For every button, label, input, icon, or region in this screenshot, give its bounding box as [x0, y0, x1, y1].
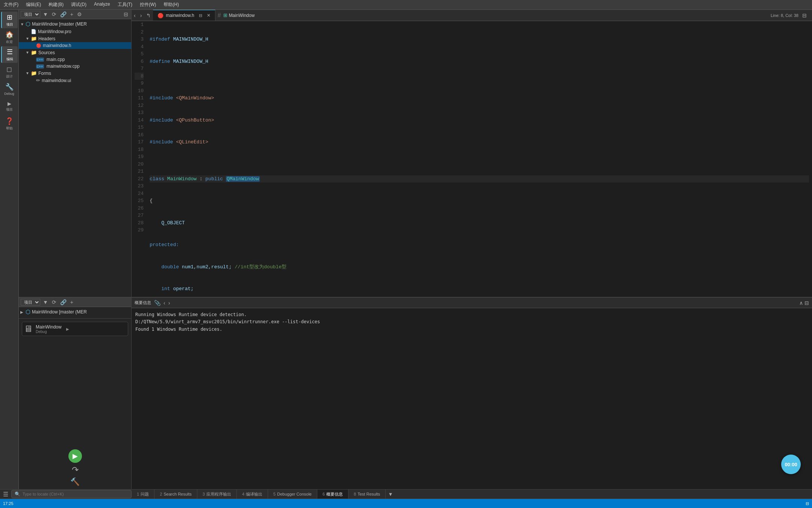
code-lines[interactable]: #ifndef MAINWINDOW_H #define MAINWINDOW_…	[147, 21, 812, 297]
monitor-icon: 🖥	[24, 324, 33, 334]
tree-item-headers[interactable]: ▼ 📁 Headers	[19, 35, 131, 42]
activity-item-project[interactable]: ⊞ 项目	[1, 12, 18, 28]
bottom-tab-1[interactable]: 1 问题	[132, 490, 155, 499]
activity-item-design[interactable]: ◻ 设计	[1, 64, 18, 80]
output-attach-btn[interactable]: 📎	[154, 300, 161, 306]
bottom-tab-2[interactable]: 2 Search Results	[155, 490, 197, 499]
h-file-icon: 🔴	[36, 43, 41, 48]
main-layout: ⊞ 项目 🏠 欢迎 ☰ 编辑 ◻ 设计 🔧 Debug ▶ 项目 ❓ 帮助	[0, 10, 812, 489]
search-input[interactable]	[23, 492, 128, 496]
activity-bar: ⊞ 项目 🏠 欢迎 ☰ 编辑 ◻ 设计 🔧 Debug ▶ 项目 ❓ 帮助	[0, 10, 19, 489]
menu-item-file[interactable]: 文件(F)	[0, 1, 22, 9]
output-content: Running Windows Runtime device detection…	[132, 308, 812, 489]
project-select[interactable]: 项目	[21, 11, 40, 18]
welcome-icon: 🏠	[5, 30, 14, 39]
menu-item-help[interactable]: 帮助(H)	[160, 1, 183, 9]
nav-menu-btn[interactable]: ↰	[144, 11, 153, 20]
menu-item-edit[interactable]: 编辑(E)	[22, 1, 45, 9]
output-next-btn[interactable]: ›	[168, 300, 170, 306]
lower-add-btn[interactable]: +	[69, 299, 74, 306]
tree-label-root: MainWindow [master (MER	[32, 21, 87, 27]
tree-add-btn[interactable]: +	[69, 11, 74, 18]
upper-portion: 项目 ▼ ⟳ 🔗 + ⚙ ⊟	[19, 10, 812, 297]
activity-item-debug[interactable]: 🔧 Debug	[1, 81, 18, 97]
monitor-section: 🖥 MainWindow Debug ▶	[19, 318, 131, 339]
activity-item-run[interactable]: ▶ 项目	[1, 98, 18, 115]
menu-item-tools[interactable]: 工具(T)	[114, 1, 136, 9]
tree-item-mainwindow-ui[interactable]: ✏ mainwindow.ui	[19, 77, 131, 84]
tree-item-main-cpp[interactable]: c++ main.cpp	[19, 56, 131, 63]
monitor-display[interactable]: 🖥 MainWindow Debug ▶	[22, 322, 128, 336]
activity-item-welcome[interactable]: 🏠 欢迎	[1, 29, 18, 46]
activity-label-help: 帮助	[6, 126, 13, 131]
tree-arrow-sources: ▼	[26, 50, 31, 55]
lower-project-select[interactable]: 项目	[21, 299, 40, 306]
activity-item-help[interactable]: ❓ 帮助	[1, 116, 18, 132]
tree-item-mainwindow-cpp[interactable]: c++ mainwindow.cpp	[19, 63, 131, 70]
editor-maximize-btn[interactable]: ⊟	[800, 11, 809, 20]
menu-item-build[interactable]: 构建(B)	[45, 1, 67, 9]
nav-forward-btn[interactable]: ›	[138, 11, 144, 20]
status-time: 17:25	[3, 501, 14, 506]
tree-label-pro: MainWindow.pro	[38, 29, 71, 34]
output-maximize-btn[interactable]: ⊟	[804, 300, 809, 306]
output-line-2: D:/QTNew/5.9/winrt_armv7_msvc2015/bin/wi…	[135, 318, 808, 325]
cpp-icon-mw: c++	[36, 64, 44, 68]
tree-settings-btn[interactable]: ⚙	[76, 11, 83, 18]
tree-item-sources[interactable]: ▼ 📁 Sources	[19, 49, 131, 56]
pro-icon: 📄	[31, 29, 36, 34]
tree-item-forms[interactable]: ▼ 📁 Forms	[19, 70, 131, 77]
build-button[interactable]: 🔨	[70, 477, 80, 486]
bottom-tab-3[interactable]: 3 应用程序输出	[197, 490, 237, 499]
bottom-tabs-bar: ☰ 🔍 1 问题 2 Search Results 3 应用程序输出 4 编译输…	[0, 489, 812, 499]
tree-label-forms: Forms	[38, 71, 51, 76]
bottom-tab-6[interactable]: 6 概要信息	[317, 490, 348, 499]
file-tree: 项目 ▼ ⟳ 🔗 + ⚙ ⊟	[19, 10, 132, 297]
breadcrumb-icon: ⊞	[223, 12, 227, 18]
code-content[interactable]: 1 2 3 4 5 6 7 8 9 10 11 12 13	[132, 21, 812, 297]
lower-tree-content: ▶ ⬡ MainWindow [master (MER	[19, 307, 131, 317]
tab-separator: #	[215, 12, 223, 19]
output-label: 概要信息	[135, 300, 151, 306]
tree-item-pro[interactable]: 📄 MainWindow.pro	[19, 28, 131, 35]
editor-tab-active[interactable]: 🔴 mainwindow.h ⊟ ✕	[153, 10, 215, 21]
play-button[interactable]: ▶	[68, 449, 82, 463]
bottom-tabs-more-btn[interactable]: ▼	[386, 491, 395, 497]
menu-item-debug[interactable]: 调试(D)	[67, 1, 90, 9]
activity-item-edit[interactable]: ☰ 编辑	[1, 46, 18, 63]
tree-item-root[interactable]: ▼ ⬡ MainWindow [master (MER	[19, 20, 131, 28]
tree-link-btn[interactable]: 🔗	[59, 11, 68, 18]
tree-item-mainwindow-h[interactable]: 🔴 mainwindow.h	[19, 42, 131, 49]
nav-back-btn[interactable]: ‹	[132, 11, 138, 20]
tree-sync-btn[interactable]: ⟳	[51, 11, 58, 18]
tree-label-h: mainwindow.h	[43, 43, 71, 48]
timer-badge[interactable]: 00:00	[781, 455, 801, 474]
tab-close-btn[interactable]: ✕	[207, 13, 211, 18]
forms-icon: 📁	[31, 70, 37, 76]
monitor-arrow: ▶	[66, 327, 69, 331]
bottom-tab-4[interactable]: 4 编译输出	[237, 490, 268, 499]
monitor-sublabel: Debug	[36, 330, 62, 334]
lower-filter-btn[interactable]: ▼	[42, 299, 49, 306]
bottom-tab-8[interactable]: 8 Test Results	[348, 490, 386, 499]
output-collapse-btn[interactable]: ∧	[799, 300, 803, 306]
menu-item-analyze[interactable]: Analyze	[90, 1, 114, 9]
output-prev-btn[interactable]: ‹	[164, 300, 165, 306]
lower-link-btn[interactable]: 🔗	[59, 299, 68, 306]
lower-tree-root[interactable]: ▶ ⬡ MainWindow [master (MER	[19, 308, 131, 316]
help-icon: ❓	[5, 117, 14, 125]
tree-maximize-btn[interactable]: ⊟	[123, 11, 129, 18]
activity-label-debug: Debug	[4, 92, 14, 96]
tree-filter-btn[interactable]: ▼	[42, 11, 49, 18]
step-over-button[interactable]: ↷	[72, 465, 79, 475]
tab-split-btn[interactable]: ⊟	[197, 12, 205, 20]
bottom-tab-5[interactable]: 5 Debugger Console	[268, 490, 317, 499]
menu-item-controls[interactable]: 控件(W)	[136, 1, 160, 9]
lower-sync-btn[interactable]: ⟳	[51, 299, 58, 306]
sidebar-toggle-btn[interactable]: ☰	[0, 491, 11, 498]
lower-tree-label: MainWindow [master (MER	[32, 309, 87, 315]
tree-arrow-forms: ▼	[26, 71, 31, 75]
activity-label-project: 项目	[6, 22, 13, 27]
sources-icon: 📁	[31, 50, 37, 55]
status-right: ⊟	[806, 501, 809, 506]
